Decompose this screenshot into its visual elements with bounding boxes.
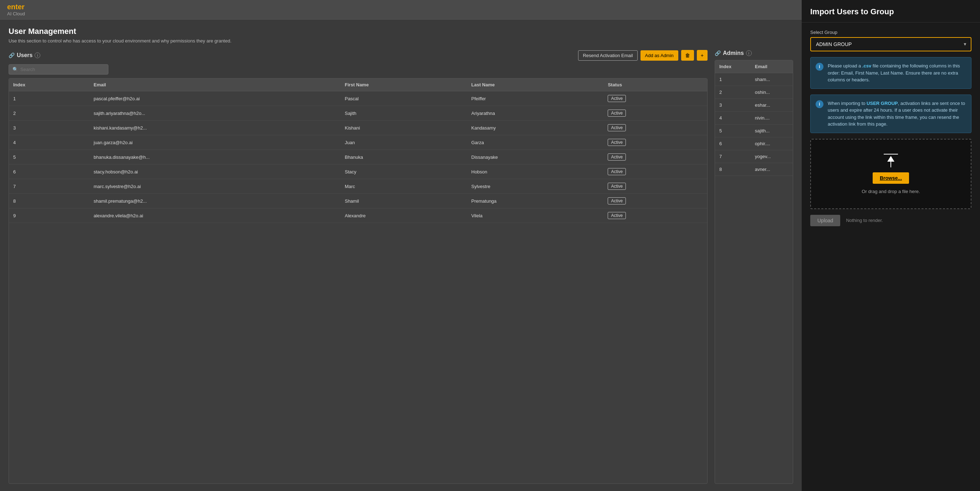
search-input[interactable]: [20, 67, 105, 72]
admin-email: sham...: [751, 73, 793, 86]
user-last-name: Kandasamy: [467, 121, 604, 135]
user-status: Active: [603, 150, 707, 164]
table-row[interactable]: 5 bhanuka.dissanayake@h... Bhanuka Dissa…: [9, 150, 707, 164]
user-last-name: Vilela: [467, 209, 604, 223]
col-index: Index: [9, 78, 89, 91]
add-user-button[interactable]: +: [697, 50, 708, 61]
page-content: User Management Use this section to cont…: [0, 20, 802, 491]
add-as-admin-button[interactable]: Add as Admin: [641, 50, 678, 61]
admins-link-icon: 🔗: [715, 50, 721, 56]
col-status: Status: [603, 78, 707, 91]
search-row: 🔍: [8, 64, 708, 75]
user-index: 2: [9, 106, 89, 121]
table-row[interactable]: 8 avner...: [715, 163, 793, 176]
user-index: 6: [9, 164, 89, 179]
user-email: alexandre.vilela@h2o.ai: [89, 209, 340, 223]
select-group-field: Select Group ADMIN GROUP USER GROUP ▼: [810, 30, 972, 51]
user-index: 1: [9, 91, 89, 106]
table-row[interactable]: 6 ophir....: [715, 137, 793, 150]
admin-email: yogev...: [751, 150, 793, 163]
info-text-1: Please upload a .csv file containing the…: [828, 62, 966, 83]
browse-button[interactable]: Browse...: [873, 172, 909, 184]
upload-arrow: [887, 156, 894, 167]
resend-activation-button[interactable]: Resend Activation Email: [578, 50, 637, 61]
table-row[interactable]: 5 sajith...: [715, 124, 793, 137]
table-row[interactable]: 2 oshin...: [715, 86, 793, 99]
admins-section-header: 🔗 Admins i: [715, 50, 793, 56]
admin-col-index: Index: [715, 60, 751, 73]
table-row[interactable]: 6 stacy.hobson@h2o.ai Stacy Hobson Activ…: [9, 164, 707, 179]
status-badge: Active: [608, 95, 626, 102]
upload-area[interactable]: Browse... Or drag and drop a file here.: [810, 139, 972, 209]
table-row[interactable]: 4 juan.garza@h2o.ai Juan Garza Active: [9, 135, 707, 150]
table-row[interactable]: 1 sham...: [715, 73, 793, 86]
user-index: 5: [9, 150, 89, 164]
user-first-name: Pascal: [340, 91, 467, 106]
status-badge: Active: [608, 110, 626, 117]
status-badge: Active: [608, 183, 626, 190]
select-group-label: Select Group: [810, 30, 972, 35]
status-badge: Active: [608, 168, 626, 175]
nothing-to-render: Nothing to render.: [846, 218, 883, 223]
table-row[interactable]: 2 sajith.ariyarathna@h2o... Sajith Ariya…: [9, 106, 707, 121]
left-panel: enter AI Cloud User Management Use this …: [0, 0, 802, 491]
user-status: Active: [603, 91, 707, 106]
user-email: sajith.ariyarathna@h2o...: [89, 106, 340, 121]
delete-button[interactable]: 🗑: [681, 50, 694, 61]
upload-line: [884, 154, 898, 155]
table-row[interactable]: 8 shamil.prematunga@h2... Shamil Prematu…: [9, 194, 707, 209]
status-badge: Active: [608, 124, 626, 131]
status-badge: Active: [608, 139, 626, 146]
group-select[interactable]: ADMIN GROUP USER GROUP: [810, 37, 972, 51]
admin-email: ophir....: [751, 137, 793, 150]
users-info-icon[interactable]: i: [35, 53, 40, 58]
table-row[interactable]: 4 nivin....: [715, 112, 793, 124]
admins-section: 🔗 Admins i Index Email: [715, 50, 793, 484]
table-row[interactable]: 1 pascal.pfeiffer@h2o.ai Pascal Pfeiffer…: [9, 91, 707, 106]
admin-email: avner...: [751, 163, 793, 176]
table-row[interactable]: 3 eshar...: [715, 99, 793, 112]
user-status: Active: [603, 194, 707, 209]
link-icon: 🔗: [8, 53, 14, 58]
admin-index: 4: [715, 112, 751, 124]
admin-index: 7: [715, 150, 751, 163]
upload-arrow-head: [887, 156, 894, 162]
users-section-header: 🔗 Users i Resend Activation Email Add as…: [8, 50, 708, 61]
user-email: marc.sylvestre@h2o.ai: [89, 179, 340, 194]
info-text-2: When importing to USER GROUP, activation…: [828, 100, 966, 128]
csv-highlight: .csv: [862, 63, 871, 69]
user-last-name: Prematunga: [467, 194, 604, 209]
info-icon-2: i: [816, 100, 823, 108]
import-panel-header: Import Users to Group: [802, 0, 980, 22]
search-icon: 🔍: [13, 67, 18, 72]
import-panel: Import Users to Group Select Group ADMIN…: [802, 0, 980, 491]
table-row[interactable]: 3 kishani.kandasamy@h2... Kishani Kandas…: [9, 121, 707, 135]
user-group-highlight: USER GROUP: [867, 100, 897, 106]
admins-table-head: Index Email: [715, 60, 793, 73]
admin-email: nivin....: [751, 112, 793, 124]
user-email: stacy.hobson@h2o.ai: [89, 164, 340, 179]
admin-email: sajith...: [751, 124, 793, 137]
table-row[interactable]: 9 alexandre.vilela@h2o.ai Alexandre Vile…: [9, 209, 707, 223]
status-badge: Active: [608, 153, 626, 161]
table-row[interactable]: 7 yogev...: [715, 150, 793, 163]
app-header: enter AI Cloud: [0, 0, 802, 20]
user-last-name: Hobson: [467, 164, 604, 179]
admins-info-icon[interactable]: i: [746, 50, 752, 56]
page-description: Use this section to control who has acce…: [8, 38, 793, 43]
users-table-body: 1 pascal.pfeiffer@h2o.ai Pascal Pfeiffer…: [9, 91, 707, 223]
upload-button[interactable]: Upload: [810, 215, 840, 226]
user-status: Active: [603, 179, 707, 194]
user-status: Active: [603, 164, 707, 179]
upload-actions: Upload Nothing to render.: [810, 215, 972, 226]
upload-arrow-stem: [891, 162, 891, 167]
users-table-header-row: Index Email First Name Last Name Status: [9, 78, 707, 91]
user-email: kishani.kandasamy@h2...: [89, 121, 340, 135]
info-box-csv: i Please upload a .csv file containing t…: [810, 57, 972, 89]
user-last-name: Pfeiffer: [467, 91, 604, 106]
admin-email: eshar...: [751, 99, 793, 112]
status-badge: Active: [608, 212, 626, 219]
admins-section-title: 🔗 Admins i: [715, 50, 752, 56]
table-row[interactable]: 7 marc.sylvestre@h2o.ai Marc Sylvestre A…: [9, 179, 707, 194]
user-last-name: Sylvestre: [467, 179, 604, 194]
